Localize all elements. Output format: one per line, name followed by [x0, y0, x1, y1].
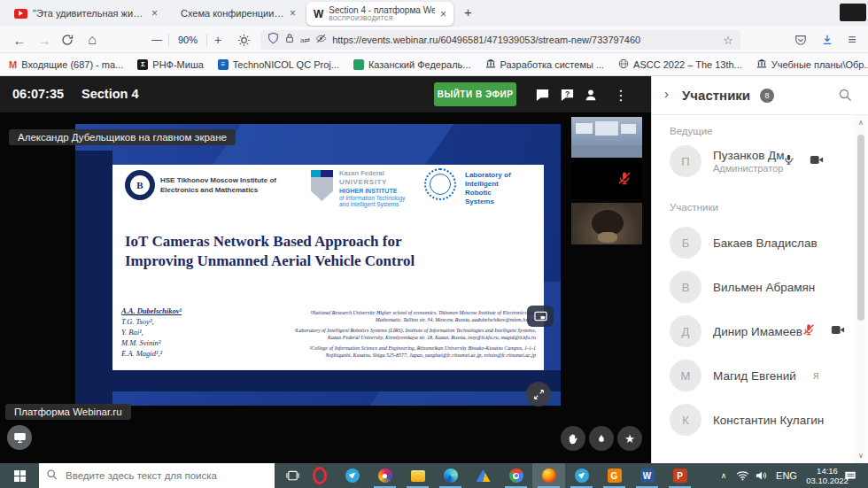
home-icon[interactable]: ⌂	[83, 27, 101, 53]
fullscreen-button[interactable]	[526, 382, 551, 407]
start-button[interactable]	[0, 463, 39, 488]
avatar: Б	[670, 227, 701, 259]
taskbar-telegram2-icon[interactable]	[565, 463, 598, 488]
forward-icon[interactable]: →	[35, 27, 53, 53]
pocket-icon[interactable]	[791, 27, 810, 53]
shield-icon[interactable]	[267, 32, 279, 48]
bookmark-plans[interactable]: Учебные планы\Обр...	[756, 58, 868, 71]
tab-close-icon[interactable]: ×	[151, 7, 158, 19]
participant-name: Магид Евгений	[713, 369, 796, 383]
wifi-icon[interactable]	[733, 463, 751, 488]
camera-blocked-icon[interactable]	[315, 32, 327, 48]
slide-authors: A.A. Dubelschikov¹ T.G. Tsoy², Y. Bai³, …	[121, 306, 182, 359]
url-text[interactable]: https://events.webinar.ru/60496581/47193…	[332, 35, 717, 45]
participant-row[interactable]: М Магид Евгений я	[652, 358, 868, 393]
taskbar-drive-icon[interactable]	[467, 463, 500, 488]
collapse-panel-icon[interactable]: ›	[664, 86, 669, 101]
bookmark-razrabotka[interactable]: Разработка системы ...	[485, 58, 605, 71]
tab-webinar-active[interactable]: W Section 4 - платформа Webinar ВОСПРОИЗ…	[306, 2, 453, 26]
scroll-up-icon[interactable]: ∧	[855, 119, 867, 127]
sigma-icon: Σ	[137, 59, 148, 70]
language-indicator[interactable]: ENG	[772, 463, 801, 488]
picture-in-picture-icon[interactable]	[527, 306, 554, 327]
raise-hand-button[interactable]	[561, 426, 585, 451]
mic-on-icon[interactable]	[783, 153, 794, 170]
participants-panel: › Участники 8 Ведущие П Пузанков Дм... А…	[651, 76, 868, 463]
participants-icon[interactable]	[582, 86, 600, 104]
taskbar-gom-icon[interactable]: G	[598, 463, 631, 488]
participant-row[interactable]: К Константин Кулагин	[652, 402, 868, 438]
monitor-icon	[13, 431, 27, 444]
browser-toolbar: ← → ⌂ — 90% + a⇄ https://events.webinar.…	[0, 27, 868, 53]
host-row[interactable]: П Пузанков Дм... Администратор	[652, 142, 868, 181]
lock-icon[interactable]	[284, 32, 295, 48]
zoom-level[interactable]: 90%	[172, 27, 204, 53]
taskbar-paint-icon[interactable]	[368, 463, 401, 488]
search-input[interactable]	[64, 469, 267, 482]
taskbar-opera-icon[interactable]	[303, 463, 336, 488]
taskbar-powerpoint-icon[interactable]: P	[663, 463, 696, 488]
bookmark-gmail[interactable]: MВходящие (687) - ma...	[9, 59, 123, 70]
bookmark-star-icon[interactable]: ☆	[723, 34, 733, 47]
participants-header: › Участники 8	[652, 76, 868, 115]
scrollbar-thumb[interactable]	[857, 135, 864, 321]
bank-icon	[756, 58, 767, 71]
bookmark-ascc[interactable]: ASCC 2022 – The 13th...	[618, 58, 742, 71]
taskbar-chrome-icon[interactable]	[500, 463, 532, 488]
bookmark-rnf[interactable]: ΣРНФ-Миша	[137, 59, 204, 70]
bookmark-technonicol[interactable]: ≡TechnoNICOL QC Proj...	[218, 59, 339, 70]
video-thumbnail-muted[interactable]	[571, 161, 642, 199]
window-controls[interactable]	[840, 4, 866, 21]
screen-share-button[interactable]	[7, 425, 32, 450]
mic-muted-icon[interactable]	[802, 323, 815, 340]
taskbar-edge-icon[interactable]	[434, 463, 467, 488]
participant-row[interactable]: В Вильмен Абрамян	[652, 269, 868, 305]
participants-count-badge: 8	[760, 89, 774, 103]
tab-youtube[interactable]: "Эта удивительная жизнь" - Po ×	[7, 3, 165, 24]
new-tab-button[interactable]: +	[464, 4, 472, 19]
tab-title: "Эта удивительная жизнь" - Po	[33, 8, 146, 19]
taskbar-explorer-icon[interactable]	[401, 463, 434, 488]
session-title[interactable]: Section 4	[81, 87, 138, 101]
chat-icon[interactable]	[533, 86, 551, 104]
taskbar-word-icon[interactable]: W	[631, 463, 663, 488]
participant-row[interactable]: Д Динир Имамеев	[652, 314, 868, 349]
translate-icon[interactable]: a⇄	[300, 36, 310, 44]
zoom-in-button[interactable]: +	[210, 27, 226, 53]
scroll-down-icon[interactable]: ∨	[855, 452, 867, 460]
participant-role: Администратор	[713, 163, 794, 174]
back-icon[interactable]: ←	[11, 27, 28, 53]
gmail-icon: M	[9, 59, 17, 70]
tab-close-icon[interactable]: ×	[290, 7, 296, 19]
gear-icon[interactable]	[234, 27, 253, 53]
participant-name: Пузанков Дм...	[713, 149, 794, 162]
tab-close-icon[interactable]: ×	[440, 8, 446, 20]
video-thumbnail-person[interactable]	[571, 203, 642, 244]
bank-icon	[485, 58, 496, 71]
exit-live-button[interactable]: ВЫЙТИ В ЭФИР	[434, 82, 516, 106]
participant-row[interactable]: Б Бакаев Владислав	[652, 225, 868, 260]
camera-on-icon[interactable]	[810, 153, 824, 169]
help-icon[interactable]: ?	[558, 86, 576, 104]
camera-on-icon[interactable]	[831, 323, 845, 339]
taskbar-firefox-icon[interactable]	[532, 463, 565, 488]
zoom-out-button[interactable]: —	[149, 27, 165, 53]
taskbar-search[interactable]	[39, 463, 275, 488]
downloads-icon[interactable]	[818, 27, 837, 53]
video-thumbnail-lab[interactable]	[571, 117, 642, 158]
taskbar-telegram-icon[interactable]	[336, 463, 368, 488]
volume-icon[interactable]	[753, 463, 771, 488]
fire-reaction-button[interactable]	[589, 426, 614, 451]
notification-center-icon[interactable]	[840, 463, 861, 488]
kebab-menu-icon[interactable]: ⋮	[612, 86, 630, 104]
star-reaction-button[interactable]: ★	[617, 426, 642, 451]
browser-tab-bar: "Эта удивительная жизнь" - Po × Схема ко…	[0, 0, 868, 27]
search-icon[interactable]	[838, 88, 852, 105]
tab-scheme[interactable]: Схема конфиренции и онлайн ×	[174, 3, 303, 24]
menu-icon[interactable]: ≡	[842, 27, 862, 53]
reload-icon[interactable]	[58, 27, 76, 53]
tray-expand-icon[interactable]: ∧	[716, 463, 732, 488]
address-bar[interactable]: a⇄ https://events.webinar.ru/60496581/47…	[260, 30, 740, 50]
scrollbar[interactable]: ∧ ∨	[855, 115, 867, 463]
bookmark-kfu[interactable]: Казанский Федераль...	[353, 59, 471, 70]
